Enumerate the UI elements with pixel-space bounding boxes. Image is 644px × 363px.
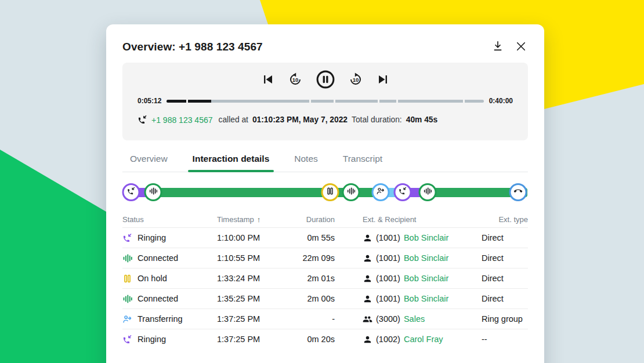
waveform-icon — [423, 187, 432, 198]
close-button[interactable] — [514, 40, 528, 54]
person-icon — [363, 335, 372, 344]
download-button[interactable] — [491, 40, 505, 54]
recipient-link[interactable]: Bob Sinclair — [404, 294, 448, 303]
incoming-call-icon — [138, 115, 147, 125]
skip-previous-button[interactable] — [261, 72, 274, 88]
recipient-link[interactable]: Sales — [404, 314, 425, 324]
total-time: 0:40:00 — [489, 97, 513, 105]
pause-button[interactable] — [316, 70, 335, 90]
table-row: Connected 1:35:25 PM 2m 00s (1001)Bob Si… — [122, 288, 528, 308]
timestamp-value: 1:33:24 PM — [217, 274, 288, 283]
ringing-icon — [122, 335, 132, 344]
sort-ascending-icon: ↑ — [257, 215, 261, 224]
player-controls: 10 10 — [138, 70, 513, 90]
pause-icon — [316, 70, 335, 90]
status-label: Connected — [138, 294, 178, 303]
recipient-link[interactable]: Bob Sinclair — [404, 253, 448, 263]
svg-text:10: 10 — [292, 76, 298, 82]
status-label: Ringing — [138, 233, 166, 242]
status-label: Ringing — [138, 335, 166, 344]
ext-type-value: -- — [482, 335, 528, 344]
ext-type-value: Direct — [482, 253, 528, 263]
extension-number: (1001) — [376, 253, 400, 263]
call-info-row: +1 988 123 4567 called at 01:10:23 PM, M… — [138, 115, 513, 125]
caller-number: +1 988 123 4567 — [151, 115, 213, 125]
rewind-10-button[interactable]: 10 — [288, 72, 302, 88]
timeline-event-on-hold[interactable] — [321, 183, 339, 201]
timeline-event-connected-2[interactable] — [342, 183, 360, 201]
timestamp-value: 1:35:25 PM — [217, 294, 288, 303]
timeline-event-ringing[interactable] — [122, 183, 140, 201]
call-end-icon — [514, 187, 523, 198]
skip-next-icon — [377, 72, 390, 88]
table-row: On hold 1:33:24 PM 2m 01s (1001)Bob Sinc… — [122, 268, 528, 288]
call-datetime: 01:10:23 PM, May 7, 2022 — [252, 115, 348, 124]
table-header: Status Timestamp↑ Duration Ext. & Recipi… — [122, 212, 528, 227]
timestamp-value: 1:37:25 PM — [217, 314, 288, 324]
extension-number: (1001) — [376, 233, 400, 242]
timeline-event-transferring[interactable] — [372, 183, 390, 201]
timeline-event-connected-3[interactable] — [418, 183, 436, 201]
pause-icon — [325, 187, 334, 198]
header-ext-recipient: Ext. & Recipient — [335, 215, 482, 224]
call-timeline — [122, 182, 528, 203]
svg-text:10: 10 — [352, 76, 359, 82]
tab-interaction-details[interactable]: Interaction details — [193, 154, 270, 172]
tab-overview[interactable]: Overview — [130, 154, 168, 172]
tab-transcript[interactable]: Transcript — [343, 154, 382, 172]
progress-row: 0:05:12 0:40:00 — [138, 97, 513, 105]
header-ext-type: Ext. type — [482, 215, 528, 224]
call-overview-modal: Overview: +1 988 123 4567 — [106, 24, 544, 363]
duration-value: - — [288, 314, 335, 324]
incoming-call-icon — [126, 187, 135, 198]
skip-previous-icon — [261, 72, 274, 88]
recipient-link[interactable]: Bob Sinclair — [404, 233, 448, 242]
status-label: Transferring — [138, 314, 183, 324]
extension-number: (1001) — [376, 274, 400, 283]
tab-notes[interactable]: Notes — [294, 154, 318, 172]
extension-number: (3000) — [376, 314, 400, 324]
transfer-icon — [122, 314, 132, 324]
modal-title: Overview: +1 988 123 4567 — [122, 41, 263, 53]
timestamp-value: 1:10:55 PM — [217, 253, 288, 263]
transfer-icon — [377, 187, 385, 198]
total-duration-label: Total duration: — [352, 115, 402, 124]
duration-value: 0m 55s — [288, 233, 335, 242]
group-icon — [363, 314, 372, 324]
timestamp-value: 1:37:25 PM — [217, 335, 288, 344]
extension-number: (1001) — [376, 294, 400, 303]
timeline-event-call-ended[interactable] — [509, 183, 527, 201]
recipient-link[interactable]: Bob Sinclair — [404, 274, 448, 283]
person-icon — [363, 274, 372, 284]
status-label: Connected — [138, 253, 178, 263]
called-at-label: called at — [219, 115, 248, 124]
ext-type-value: Ring group — [482, 314, 528, 324]
timeline-event-ringing-2[interactable] — [394, 183, 412, 201]
timeline-event-connected[interactable] — [144, 183, 162, 201]
connected-icon — [122, 294, 132, 304]
person-icon — [363, 294, 372, 304]
header-timestamp[interactable]: Timestamp↑ — [217, 215, 288, 224]
ext-type-value: Direct — [482, 274, 528, 283]
interaction-table: Status Timestamp↑ Duration Ext. & Recipi… — [122, 212, 528, 349]
table-row: Ringing 1:37:25 PM 0m 20s (1002)Carol Fr… — [122, 329, 528, 349]
person-icon — [363, 233, 372, 243]
ext-type-value: Direct — [482, 294, 528, 303]
duration-value: 2m 00s — [288, 294, 335, 303]
timestamp-value: 1:10:00 PM — [217, 233, 288, 242]
table-row: Ringing 1:10:00 PM 0m 55s (1001)Bob Sinc… — [122, 227, 528, 248]
recipient-link[interactable]: Carol Fray — [404, 335, 443, 344]
person-icon — [363, 253, 372, 263]
header-duration: Duration — [288, 215, 335, 224]
ext-type-value: Direct — [482, 233, 528, 242]
seek-bar[interactable] — [167, 100, 483, 103]
incoming-call-icon — [399, 187, 407, 198]
duration-value: 22m 09s — [288, 253, 335, 263]
skip-next-button[interactable] — [377, 72, 390, 88]
status-label: On hold — [138, 274, 167, 283]
forward-10-button[interactable]: 10 — [349, 72, 363, 88]
tab-bar: Overview Interaction details Notes Trans… — [122, 154, 528, 172]
header-status: Status — [122, 215, 217, 224]
forward-10-icon: 10 — [349, 72, 363, 88]
duration-value: 2m 01s — [288, 274, 335, 283]
